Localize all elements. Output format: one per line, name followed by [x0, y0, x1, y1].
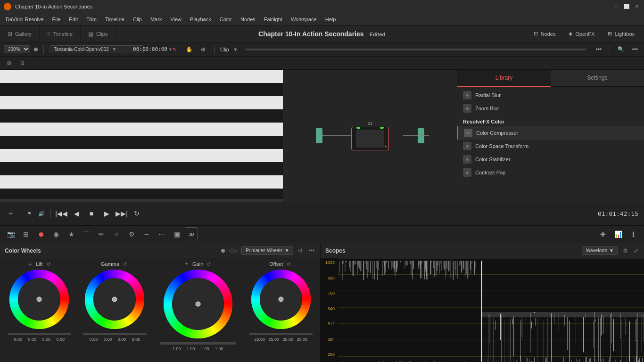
- menu-nodes[interactable]: Nodes: [237, 15, 259, 24]
- lift-wheel[interactable]: [8, 269, 70, 330]
- lightbox-tab[interactable]: ⊞ Lightbox: [602, 27, 640, 41]
- crosshair-tool[interactable]: ⊕: [198, 44, 208, 55]
- menu-trim[interactable]: Trim: [83, 15, 100, 24]
- waveform-button[interactable]: Waveform ▼: [582, 247, 618, 255]
- menu-clip[interactable]: Clip: [129, 15, 146, 24]
- tab-gallery[interactable]: ⊞ Gallery: [0, 25, 40, 42]
- menu-timeline[interactable]: Timeline: [101, 15, 128, 24]
- offset-wheel[interactable]: [250, 269, 312, 330]
- lift-reset-btn[interactable]: ↺: [45, 260, 52, 268]
- gamma-canvas[interactable]: [84, 269, 145, 330]
- fx-item-zoom-blur[interactable]: ⊕ Zoom Blur: [457, 102, 644, 115]
- tool-split[interactable]: ⊟: [17, 58, 27, 68]
- menu-mark[interactable]: Mark: [147, 15, 165, 24]
- viewer-options-button[interactable]: •••: [630, 44, 640, 55]
- gain-header: + Gain ↺: [153, 260, 243, 268]
- settings-tab[interactable]: Settings: [551, 70, 644, 87]
- window-controls[interactable]: — ⬜ ✕: [613, 3, 640, 10]
- fx-item-color-space[interactable]: ⊕ Color Space Transform: [457, 140, 644, 153]
- cursor-tool[interactable]: ↖: [170, 44, 180, 55]
- go-to-end[interactable]: ▶▶|: [115, 207, 128, 220]
- gradient-btn[interactable]: ∼: [140, 227, 154, 241]
- node-rect[interactable]: ✎: [351, 127, 389, 150]
- nodes-tab[interactable]: ⊡ Nodes: [528, 27, 561, 41]
- 3d-btn[interactable]: 3D: [185, 227, 198, 241]
- filename-dropdown-icon[interactable]: ▼: [112, 47, 117, 52]
- gamma-wheel[interactable]: [84, 269, 145, 330]
- playhead-scrubber[interactable]: [0, 199, 283, 202]
- chart-btn[interactable]: 📊: [611, 227, 625, 241]
- search-button[interactable]: 🔍: [616, 44, 626, 55]
- maximize-button[interactable]: ⬜: [623, 3, 630, 10]
- tool-flag[interactable]: ⚑: [24, 208, 34, 219]
- fx-item-contrast-pop[interactable]: ⊕ Contrast Pop: [457, 166, 644, 179]
- star-btn[interactable]: ★: [64, 227, 78, 241]
- eyedropper-btn[interactable]: ✏: [94, 227, 108, 241]
- color-select-btn[interactable]: ◉: [49, 227, 63, 241]
- library-tab[interactable]: Library: [457, 70, 551, 87]
- menu-workspace[interactable]: Workspace: [287, 15, 321, 24]
- curve-btn[interactable]: ⌒: [79, 227, 93, 241]
- tool-picker[interactable]: ⋯: [30, 58, 41, 68]
- node-01[interactable]: 01 ✎: [351, 121, 389, 150]
- fx-item-color-compressor[interactable]: ⊕ Color Compressor: [457, 126, 644, 140]
- camera-icon-btn[interactable]: 📷: [4, 227, 18, 241]
- record-btn[interactable]: ⏺: [34, 227, 48, 241]
- fx-item-color-stabilizer[interactable]: ⊕ Color Stabilizer: [457, 153, 644, 166]
- menu-playback[interactable]: Playback: [186, 15, 215, 24]
- cw-dot[interactable]: [221, 249, 225, 253]
- qualify-btn[interactable]: ⋯: [155, 227, 169, 241]
- step-back[interactable]: ◀: [70, 207, 83, 220]
- scopes-settings-icon[interactable]: ⚙: [622, 247, 629, 255]
- gain-add-btn[interactable]: +: [183, 260, 190, 268]
- menu-color[interactable]: Color: [216, 15, 236, 24]
- tool-volume[interactable]: 🔊: [36, 208, 47, 219]
- offset-slider[interactable]: [249, 333, 313, 335]
- play-button[interactable]: ▶: [100, 207, 113, 220]
- windows-btn[interactable]: ▣: [170, 227, 184, 241]
- zoom-select[interactable]: 200% 100% 50%: [4, 45, 30, 53]
- gain-wheel[interactable]: [163, 269, 233, 339]
- loop-button[interactable]: ↻: [130, 207, 143, 220]
- menu-fairlight[interactable]: Fairlight: [260, 15, 286, 24]
- offset-reset-btn[interactable]: ↺: [285, 260, 292, 268]
- offset-canvas[interactable]: [250, 269, 312, 330]
- cw-more-icon[interactable]: •••: [307, 247, 315, 255]
- fx-item-radial-blur[interactable]: ⊕ Radial Blur: [457, 89, 644, 102]
- gamma-slider[interactable]: [83, 333, 147, 335]
- lift-slider[interactable]: [8, 333, 71, 335]
- gamma-reset-btn[interactable]: ↺: [121, 260, 129, 268]
- grid-icon-btn[interactable]: ⊞: [19, 227, 33, 241]
- add-node-btn[interactable]: ✚: [596, 227, 610, 241]
- go-to-start[interactable]: |◀◀: [55, 207, 68, 220]
- cw-arrows[interactable]: ◁ ▷: [229, 248, 238, 253]
- tool-pencil[interactable]: ✏: [6, 208, 16, 219]
- tab-clips[interactable]: ▤ Clips: [81, 25, 116, 42]
- menu-file[interactable]: File: [49, 15, 65, 24]
- settings-btn[interactable]: ⚙: [124, 227, 139, 241]
- tool-grid[interactable]: ⊞: [4, 58, 14, 68]
- stop-button[interactable]: ■: [85, 207, 98, 220]
- menu-edit[interactable]: Edit: [65, 15, 82, 24]
- info-btn[interactable]: ℹ: [626, 227, 640, 241]
- viewer-more-options[interactable]: •••: [594, 44, 604, 55]
- minimize-button[interactable]: —: [613, 3, 619, 10]
- circle-btn[interactable]: ○: [109, 227, 124, 241]
- gain-slider[interactable]: [160, 342, 236, 345]
- menu-view[interactable]: View: [166, 15, 185, 24]
- tab-timeline[interactable]: ≡ Timeline: [40, 25, 81, 42]
- hand-tool[interactable]: ✋: [184, 44, 194, 55]
- clip-progress-bar[interactable]: [246, 49, 586, 50]
- gain-canvas[interactable]: [163, 269, 233, 339]
- menu-davinci[interactable]: DaVinci Resolve: [2, 15, 48, 24]
- lift-add-btn[interactable]: +: [26, 260, 34, 268]
- lift-canvas[interactable]: [8, 269, 70, 330]
- clip-dropdown-icon[interactable]: ▼: [233, 47, 238, 52]
- primaries-wheels-button[interactable]: Primaries Wheels ▼: [241, 247, 293, 255]
- menu-help[interactable]: Help: [322, 15, 340, 24]
- cw-reset-icon[interactable]: ↺: [297, 247, 304, 255]
- openfx-tab[interactable]: ◈ OpenFX: [563, 27, 600, 41]
- close-button[interactable]: ✕: [634, 3, 640, 10]
- gain-reset-btn[interactable]: ↺: [205, 260, 213, 268]
- scopes-expand-icon[interactable]: ⤢: [633, 247, 639, 255]
